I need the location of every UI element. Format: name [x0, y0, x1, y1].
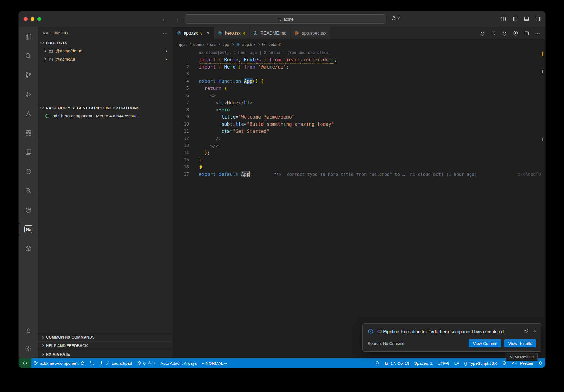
remote-indicator[interactable]: [19, 358, 31, 368]
breadcrumb-item[interactable]: default: [268, 42, 281, 47]
code-line[interactable]: 10 subtitle="Build something amazing tod…: [173, 121, 545, 128]
customize-layout-icon[interactable]: [501, 16, 506, 22]
git-graph-icon: [90, 361, 94, 365]
undo-arrow-icon[interactable]: [480, 31, 485, 36]
back-button[interactable]: ←: [162, 16, 167, 22]
section-nx-migrate[interactable]: NX MIGRATE: [38, 350, 173, 358]
refresh-icon[interactable]: [502, 31, 507, 36]
sidebar-item-ci-runs[interactable]: [19, 162, 38, 181]
more-actions-icon[interactable]: ···: [163, 31, 168, 36]
tab-app-spec-tsx[interactable]: app.spec.tsx: [291, 27, 330, 39]
nx-cloud-section-header[interactable]: NX CLOUD :: RECENT CI PIPELINE EXECUTION…: [38, 104, 173, 112]
breadcrumb-item[interactable]: app.tsx: [242, 42, 255, 47]
accounts-button[interactable]: [19, 322, 38, 340]
sidebar-item-project-graph[interactable]: [19, 239, 38, 258]
command-center[interactable]: acme: [185, 14, 386, 24]
more-actions-icon[interactable]: ···: [535, 31, 540, 36]
eol-status[interactable]: LF: [452, 358, 462, 368]
code-line[interactable]: 13 </>: [173, 142, 545, 149]
close-notification-icon[interactable]: ×: [533, 328, 536, 334]
toggle-secondary-sidebar-icon[interactable]: [535, 16, 541, 22]
tab-app-tsx[interactable]: app.tsx 3 ×: [173, 27, 214, 39]
language-mode[interactable]: {} TypeScript JSX: [462, 358, 500, 368]
breadcrumb-item[interactable]: demo: [193, 42, 204, 47]
launchpad-button[interactable]: Launchpad: [97, 358, 134, 368]
line-number: 13: [173, 143, 189, 148]
section-help-and-feedback[interactable]: HELP AND FEEDBACK: [38, 341, 173, 350]
dashed-circle-icon[interactable]: [491, 31, 496, 36]
view-results-button[interactable]: View Results: [504, 339, 536, 347]
sidebar-item-search[interactable]: [19, 46, 38, 66]
titlebar: ← → acme: [19, 11, 545, 27]
code-line[interactable]: 1import { Route, Routes } from 'react-ro…: [173, 56, 545, 63]
sidebar-item-references[interactable]: [19, 143, 38, 162]
sidebar-item-explorer[interactable]: [19, 27, 38, 46]
sidebar-item-testing[interactable]: [19, 104, 38, 123]
warnings-icon: ⚠: [148, 361, 151, 366]
close-tab-icon[interactable]: ×: [207, 31, 210, 36]
sidebar-item-code-search[interactable]: [19, 181, 38, 200]
problems-status[interactable]: 0 ⚠ 7: [135, 358, 158, 368]
toggle-sidebar-icon[interactable]: [512, 16, 518, 22]
code-line[interactable]: 11 cta="Get Started": [173, 128, 545, 135]
sidebar-item-extensions[interactable]: [19, 123, 38, 143]
wand-icon: [105, 361, 110, 365]
extensions-icon: [25, 129, 32, 137]
breadcrumb-item[interactable]: app: [222, 42, 229, 47]
tab-label: hero.tsx: [225, 31, 241, 36]
encoding-status[interactable]: UTF-8: [435, 358, 452, 368]
code-line[interactable]: 14 );: [173, 149, 545, 156]
code-line[interactable]: 9 title="Welcome @acme/demo": [173, 113, 545, 121]
projects-section-header[interactable]: PROJECTS: [38, 39, 173, 47]
accounts-menu[interactable]: [391, 15, 399, 21]
code-line[interactable]: 17export default App;fix: correct typo i…: [173, 171, 545, 178]
code-line[interactable]: 6 <>: [173, 92, 545, 99]
inline-git-blame: fix: correct typo in hero title from "We…: [274, 172, 477, 177]
project-item-acme-ui[interactable]: @acme/ui ●: [38, 55, 173, 63]
code-line[interactable]: 3: [173, 70, 545, 78]
git-graph-button[interactable]: [87, 358, 97, 368]
sidebar-item-run-debug[interactable]: [19, 85, 38, 104]
forward-button[interactable]: →: [173, 16, 179, 22]
breadcrumb-item[interactable]: apps: [178, 42, 187, 47]
sidebar-item-browser-preview[interactable]: [19, 200, 38, 220]
split-editor-icon[interactable]: [524, 31, 530, 36]
smiley-icon: [502, 361, 506, 365]
run-file-icon[interactable]: [513, 30, 519, 36]
code-line[interactable]: 16: [173, 164, 545, 171]
tab-hero-tsx[interactable]: hero.tsx 4: [214, 27, 250, 39]
notification-toast: CI Pipeline Execution for #add-hero-comp…: [362, 323, 541, 352]
code-line[interactable]: 4export function App() {: [173, 78, 545, 85]
branch-status[interactable]: add-hero-component: [31, 358, 87, 368]
code-line[interactable]: 5 return (: [173, 85, 545, 92]
indentation-status[interactable]: Spaces: 2: [412, 358, 435, 368]
tab-readme-md[interactable]: README.md: [249, 27, 291, 39]
sidebar-item-source-control[interactable]: [19, 66, 38, 85]
vim-mode-indicator[interactable]: -- NORMAL --: [199, 358, 229, 368]
code-line[interactable]: 12 />: [173, 135, 545, 142]
search-status-button[interactable]: [373, 358, 382, 368]
settings-button[interactable]: [19, 340, 38, 357]
minimize-window-button[interactable]: [31, 17, 34, 21]
toggle-panel-icon[interactable]: [524, 16, 529, 22]
code-line[interactable]: 7 <h1>Home</h1>: [173, 99, 545, 106]
run-debug-icon: [25, 91, 32, 98]
branch-name: add-hero-component: [40, 361, 78, 366]
view-commit-button[interactable]: View Commit: [469, 339, 501, 347]
status-bar: add-hero-component Launchpad 0 ⚠ 7 Auto …: [19, 358, 545, 368]
code-line[interactable]: 2import { Hero } from '@acme/ui';: [173, 63, 545, 70]
zoom-window-button[interactable]: [37, 17, 41, 21]
section-common-nx-commands[interactable]: COMMON NX COMMANDS: [38, 333, 173, 341]
project-item-acme-demo[interactable]: @acme/demo ●: [38, 47, 173, 55]
pipeline-execution-item[interactable]: add-hero-component - Merge 409b44e5cb02…: [38, 112, 173, 120]
lightbulb-icon[interactable]: [198, 165, 203, 170]
code-line[interactable]: 15}: [173, 156, 545, 164]
auto-attach-status[interactable]: Auto Attach: Always: [158, 358, 199, 368]
sidebar-item-nx-console[interactable]: N≥: [19, 220, 38, 239]
code-editor[interactable]: nx-cloud[bot], 1 hour ago | 2 authors (Y…: [173, 49, 545, 358]
cursor-position[interactable]: Ln 17, Col 19: [382, 358, 412, 368]
code-line[interactable]: 8 <Hero: [173, 106, 545, 113]
close-window-button[interactable]: [24, 17, 28, 21]
notification-settings-gear-icon[interactable]: [524, 328, 529, 333]
breadcrumb-item[interactable]: src: [210, 42, 216, 47]
